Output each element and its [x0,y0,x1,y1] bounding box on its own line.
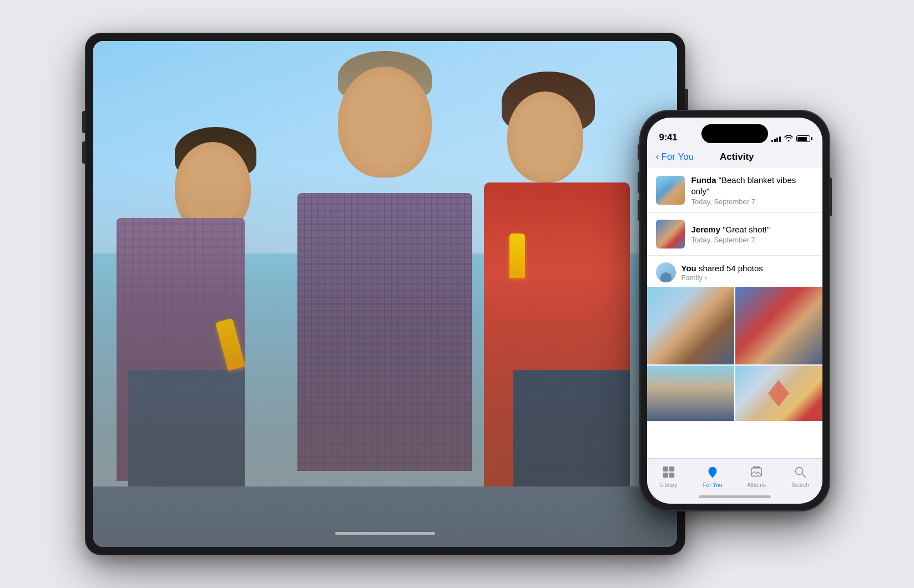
activity-list: Funda "Beach blanket vibes only" Today, … [647,168,822,458]
funda-text: Funda "Beach blanket vibes only" Today, … [691,175,814,206]
funda-comment: Funda "Beach blanket vibes only" [691,175,814,196]
jeremy-comment: Jeremy "Great shot!" [691,224,814,235]
search-icon [792,464,808,480]
battery-fill [797,137,807,141]
grid-photo-2[interactable] [735,287,822,364]
back-button[interactable]: ‹ For You [656,151,694,163]
photo-grid [647,287,822,422]
svg-rect-8 [753,467,760,468]
funda-thumbnail [656,176,685,205]
ipad-screen [93,41,677,547]
signal-icon [771,135,781,142]
jeremy-date: Today, September 7 [691,236,814,244]
svg-rect-7 [751,468,762,477]
status-icons [771,134,810,143]
jeremy-text: Jeremy "Great shot!" Today, September 7 [691,224,814,245]
shared-poster: You [681,263,696,273]
wifi-icon [784,134,793,143]
jeremy-name: Jeremy [691,225,721,234]
signal-bar-4 [779,136,781,142]
shared-album[interactable]: Family › [681,273,814,282]
iphone-device: 9:41 [640,111,829,510]
shared-section: You shared 54 photos Family › [647,256,822,422]
svg-rect-3 [663,467,668,472]
for-you-icon [705,464,720,480]
nav-title: Activity [694,151,780,163]
nav-header: ‹ For You Activity [647,148,822,168]
svg-rect-5 [663,473,668,478]
tab-search[interactable]: Search [779,464,822,488]
grid-photo-4[interactable] [735,366,822,421]
activity-item-jeremy[interactable]: Jeremy "Great shot!" Today, September 7 [647,213,822,256]
tab-for-you-label: For You [703,482,722,488]
back-chevron-icon: ‹ [656,151,659,163]
iphone-mute-switch[interactable] [638,144,640,160]
photo-family-beach-img [647,287,734,364]
back-label: For You [661,151,694,163]
grid-photo-3[interactable] [647,366,734,421]
ipad-device [85,33,685,555]
shared-header: You shared 54 photos Family › [647,256,822,287]
signal-bar-1 [771,140,773,142]
photo-kite-img [735,366,822,421]
status-time: 9:41 [659,132,678,143]
albums-icon [749,464,764,480]
iphone-wrapper: 9:41 [640,111,829,510]
battery-icon [796,135,810,142]
svg-rect-4 [669,467,674,472]
jeremy-thumbnail [656,220,685,249]
ipad-home-bar [335,532,435,535]
signal-bar-3 [776,138,778,142]
shared-avatar [656,262,676,282]
photo-girl-red-img [735,287,822,364]
tab-library-label: Library [660,482,678,488]
tab-library[interactable]: Library [647,464,691,488]
scene: 9:41 [85,33,829,555]
dynamic-island [701,124,768,143]
svg-line-10 [802,474,805,477]
shared-album-name: Family [681,273,703,282]
grid-photo-1[interactable] [647,287,734,364]
activity-item-funda[interactable]: Funda "Beach blanket vibes only" Today, … [647,168,822,213]
tab-search-label: Search [791,482,809,488]
photo-man-smile-img [647,366,734,421]
library-icon [661,464,676,480]
people-layer [93,168,677,547]
dad-face [338,67,431,178]
family-photo [93,41,677,547]
signal-bar-2 [774,139,776,142]
iphone-home-indicator [699,495,771,498]
tab-for-you[interactable]: For You [691,464,735,488]
shared-info: You shared 54 photos Family › [681,263,814,282]
shared-action-text: shared 54 photos [699,263,763,273]
funda-name: Funda [691,175,716,185]
ipad-volume-up[interactable] [82,111,85,133]
shared-text: You shared 54 photos [681,263,814,273]
ipad-volume-down[interactable] [82,141,85,164]
tab-albums-label: Albums [747,482,765,488]
shared-album-arrow: › [704,273,706,282]
iphone-volume-up[interactable] [638,172,640,193]
iphone-power-button[interactable] [829,178,832,216]
iphone-volume-down[interactable] [638,200,640,221]
jeremy-quote: "Great shot!" [723,225,770,234]
tab-albums[interactable]: Albums [735,464,779,488]
iphone-screen: 9:41 [647,118,822,504]
svg-rect-6 [669,473,674,478]
funda-date: Today, September 7 [691,197,814,206]
